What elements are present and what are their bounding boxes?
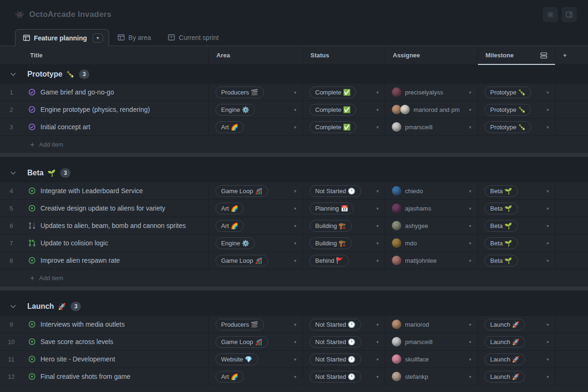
- assignee-cell[interactable]: ashygee▾: [385, 217, 477, 234]
- dropdown-caret-icon[interactable]: ▾: [294, 374, 296, 379]
- dropdown-caret-icon[interactable]: ▾: [294, 357, 296, 362]
- area-pill[interactable]: Art 🌈: [215, 203, 244, 214]
- item-title[interactable]: Engine prototype (physics, rendering): [40, 106, 150, 113]
- table-row[interactable]: 4Integrate with Leaderboard ServiceGame …: [0, 182, 588, 200]
- status-pill[interactable]: Not Started 🕐: [310, 353, 361, 365]
- area-cell[interactable]: Engine ⚙️▾: [208, 235, 302, 251]
- status-cell[interactable]: Building 🏗️▾: [302, 235, 385, 251]
- assignee-cell[interactable]: mariorod and pm▾: [385, 101, 477, 118]
- status-cell[interactable]: Not Started 🕐▾: [302, 368, 385, 385]
- status-cell[interactable]: Building 🏗️▾: [302, 217, 385, 234]
- item-title[interactable]: Save score across levels: [40, 338, 113, 345]
- item-title-cell[interactable]: Final creative shots from game: [23, 368, 208, 385]
- status-pill[interactable]: Planning 📅: [310, 203, 354, 214]
- dropdown-caret-icon[interactable]: ▾: [547, 223, 549, 228]
- dropdown-caret-icon[interactable]: ▾: [469, 258, 471, 263]
- dropdown-caret-icon[interactable]: ▾: [294, 188, 296, 194]
- collapse-group-button[interactable]: [9, 169, 17, 177]
- add-column-button[interactable]: +: [555, 46, 588, 64]
- add-item-button[interactable]: +Add item: [0, 269, 588, 287]
- milestone-cell[interactable]: Prototype 🍾▾: [477, 118, 555, 135]
- tab-options-button[interactable]: ▾: [93, 33, 103, 43]
- area-cell[interactable]: Game Loop 🎢▾: [208, 182, 302, 199]
- dropdown-caret-icon[interactable]: ▾: [294, 223, 296, 228]
- milestone-pill[interactable]: Prototype 🍾: [485, 121, 531, 133]
- table-row[interactable]: 6Updates to alien, beam, bomb and cannon…: [0, 217, 588, 235]
- dropdown-caret-icon[interactable]: ▾: [469, 223, 471, 228]
- milestone-pill[interactable]: Beta 🌱: [485, 185, 518, 197]
- dropdown-caret-icon[interactable]: ▾: [376, 125, 379, 130]
- area-pill[interactable]: Producers 🎬: [215, 319, 264, 330]
- dropdown-caret-icon[interactable]: ▾: [294, 206, 296, 211]
- column-header-title[interactable]: Title: [0, 46, 208, 64]
- table-row[interactable]: 9Interviews with media outletsProducers …: [0, 316, 588, 333]
- area-cell[interactable]: Engine ⚙️▾: [208, 101, 302, 118]
- milestone-cell[interactable]: Prototype 🍾▾: [477, 84, 555, 101]
- table-row[interactable]: 2Engine prototype (physics, rendering)En…: [0, 101, 588, 118]
- milestone-pill[interactable]: Launch 🚀: [485, 353, 525, 365]
- item-title[interactable]: Hero site - Developement: [40, 355, 115, 363]
- item-title[interactable]: Integrate with Leaderboard Service: [40, 187, 143, 195]
- item-title[interactable]: Initial concept art: [40, 123, 90, 131]
- item-title-cell[interactable]: Creative design update to aliens for var…: [23, 200, 208, 217]
- milestone-pill[interactable]: Launch 🚀: [485, 319, 525, 330]
- status-pill[interactable]: Complete ✅: [310, 86, 356, 98]
- dropdown-caret-icon[interactable]: ▾: [547, 258, 549, 263]
- dropdown-caret-icon[interactable]: ▾: [376, 258, 379, 263]
- dropdown-caret-icon[interactable]: ▾: [376, 322, 379, 327]
- item-title[interactable]: Creative design update to aliens for var…: [40, 204, 165, 212]
- status-cell[interactable]: Not Started 🕐▾: [302, 351, 385, 368]
- area-cell[interactable]: Art 🌈▾: [208, 200, 302, 217]
- milestone-cell[interactable]: Beta 🌱▾: [477, 217, 555, 234]
- dropdown-caret-icon[interactable]: ▾: [376, 339, 379, 345]
- status-cell[interactable]: Complete ✅▾: [302, 118, 385, 135]
- dropdown-caret-icon[interactable]: ▾: [294, 339, 296, 345]
- dropdown-caret-icon[interactable]: ▾: [469, 188, 471, 194]
- item-title-cell[interactable]: Initial concept art: [23, 118, 208, 135]
- item-title-cell[interactable]: Engine prototype (physics, rendering): [23, 101, 208, 118]
- tab-feature-planning[interactable]: Feature planning ▾: [15, 29, 109, 46]
- area-pill[interactable]: Engine ⚙️: [215, 104, 255, 116]
- assignee-cell[interactable]: preciselyalyss▾: [385, 84, 477, 101]
- assignee-cell[interactable]: ajashams▾: [385, 200, 477, 217]
- dropdown-caret-icon[interactable]: ▾: [547, 125, 549, 130]
- dropdown-caret-icon[interactable]: ▾: [469, 374, 471, 379]
- area-pill[interactable]: Producers 🎬: [215, 86, 264, 98]
- dropdown-caret-icon[interactable]: ▾: [547, 374, 549, 379]
- area-pill[interactable]: Game Loop 🎢: [215, 185, 268, 197]
- status-pill[interactable]: Not Started 🕐: [310, 371, 361, 383]
- milestone-pill[interactable]: Launch 🚀: [485, 336, 525, 348]
- milestone-cell[interactable]: Prototype 🍾▾: [477, 101, 555, 118]
- dropdown-caret-icon[interactable]: ▾: [469, 206, 471, 211]
- status-cell[interactable]: Complete ✅▾: [302, 101, 385, 118]
- dropdown-caret-icon[interactable]: ▾: [294, 90, 296, 95]
- assignee-cell[interactable]: skullface▾: [385, 351, 477, 368]
- item-title[interactable]: Update to colision logic: [40, 239, 108, 247]
- item-title-cell[interactable]: Updates to alien, beam, bomb and cannon …: [23, 217, 208, 234]
- area-cell[interactable]: Producers 🎬▾: [208, 316, 302, 333]
- area-cell[interactable]: Art 🌈▾: [208, 217, 302, 234]
- dropdown-caret-icon[interactable]: ▾: [376, 223, 379, 228]
- dropdown-caret-icon[interactable]: ▾: [376, 241, 379, 246]
- item-title[interactable]: Final creative shots from game: [40, 373, 130, 380]
- status-cell[interactable]: Not Started 🕐▾: [302, 333, 385, 350]
- milestone-cell[interactable]: Beta 🌱▾: [477, 235, 555, 251]
- milestone-pill[interactable]: Prototype 🍾: [485, 104, 531, 116]
- milestone-pill[interactable]: Beta 🌱: [485, 203, 518, 214]
- area-cell[interactable]: Website 💎▾: [208, 351, 302, 368]
- item-title-cell[interactable]: Hero site - Developement: [23, 351, 208, 368]
- milestone-cell[interactable]: Beta 🌱▾: [477, 182, 555, 199]
- milestone-pill[interactable]: Beta 🌱: [485, 237, 518, 249]
- column-header-assignee[interactable]: Assignee: [385, 46, 477, 64]
- area-pill[interactable]: Game Loop 🎢: [215, 336, 268, 348]
- area-pill[interactable]: Art 🌈: [215, 220, 244, 232]
- status-cell[interactable]: Complete ✅▾: [302, 84, 385, 101]
- assignee-cell[interactable]: stefankp▾: [385, 368, 477, 385]
- assignee-cell[interactable]: pmarsceill▾: [385, 333, 477, 350]
- dropdown-caret-icon[interactable]: ▾: [294, 125, 296, 130]
- assignee-cell[interactable]: chiedo▾: [385, 182, 477, 199]
- table-row[interactable]: 11Hero site - DevelopementWebsite 💎▾Not …: [0, 351, 588, 368]
- dropdown-caret-icon[interactable]: ▾: [294, 258, 296, 263]
- dropdown-caret-icon[interactable]: ▾: [469, 357, 471, 362]
- dropdown-caret-icon[interactable]: ▾: [469, 125, 471, 130]
